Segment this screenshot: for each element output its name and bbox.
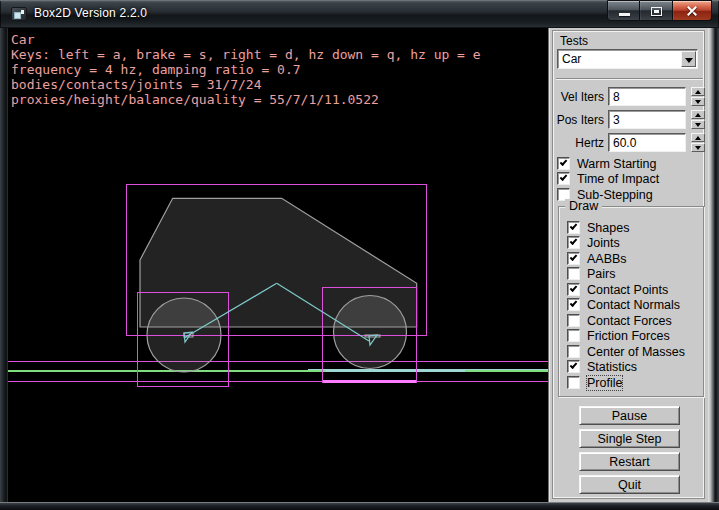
stats-text-line: Keys: left = a, brake = s, right = d, hz…	[11, 47, 481, 62]
app-icon	[11, 7, 27, 21]
pos-iters-spinner-row: Pos Iters3	[548, 110, 708, 129]
hertz-spinner-buttons	[691, 133, 705, 152]
vel-iters-spinner-down-button[interactable]	[691, 97, 705, 106]
checkbox-label: Warm Starting	[577, 157, 656, 171]
checkbox-label: Pairs	[587, 267, 615, 281]
check-icon	[570, 361, 578, 369]
checkbox-box[interactable]	[557, 172, 570, 185]
checkbox-label: Contact Forces	[587, 314, 672, 328]
pos-iters-input[interactable]: 3	[608, 110, 686, 129]
app-icon-dot	[21, 10, 24, 14]
pos-iters-spinner-up-button[interactable]	[691, 110, 705, 119]
checkbox-label: Statistics	[587, 360, 637, 374]
checkbox-label: Shapes	[587, 221, 629, 235]
vel-iters-spinner-up-button[interactable]	[691, 87, 705, 96]
tests-label: Tests	[560, 34, 588, 48]
car-chassis	[140, 198, 417, 327]
checkbox-box[interactable]	[567, 267, 580, 280]
pos-iters-spinner-buttons	[691, 110, 705, 129]
checkbox-label: Contact Normals	[587, 298, 680, 312]
hertz-input[interactable]: 60.0	[608, 133, 686, 152]
vel-iters-input[interactable]: 8	[608, 87, 686, 106]
checkbox-label: Contact Points	[587, 283, 668, 297]
window-frame-right	[714, 28, 719, 502]
caption-button-group	[607, 0, 712, 21]
pos-iters-spinner-down-button[interactable]	[691, 120, 705, 129]
checkbox-label: Joints	[587, 236, 620, 250]
close-icon	[686, 5, 698, 17]
tests-dropdown-arrow-button[interactable]	[681, 51, 696, 67]
checkbox-label: Time of Impact	[577, 172, 659, 186]
panel-separator	[556, 78, 703, 80]
checkbox-box[interactable]	[567, 236, 580, 249]
triangle-up-icon	[695, 136, 701, 140]
window-frame-left	[0, 28, 8, 502]
checkbox-box[interactable]	[567, 221, 580, 234]
vel-iters-spinner-buttons	[691, 87, 705, 106]
hertz-spinner-up-button[interactable]	[691, 133, 705, 142]
check-icon	[570, 299, 578, 307]
pos-iters-label: Pos Iters	[548, 113, 604, 127]
draw-group-title: Draw	[565, 199, 602, 213]
window-title: Box2D Version 2.2.0	[34, 6, 147, 20]
tests-dropdown-value: Car	[562, 52, 581, 66]
title-bar[interactable]: Box2D Version 2.2.0	[0, 0, 719, 28]
app-window: Box2D Version 2.2.0 CarKeys: left = a, b…	[0, 0, 719, 510]
simulation-viewport[interactable]: CarKeys: left = a, brake = s, right = d,…	[8, 28, 548, 502]
checkbox-box[interactable]	[567, 252, 580, 265]
triangle-up-icon	[695, 90, 701, 94]
close-button[interactable]	[673, 0, 712, 21]
chevron-down-icon	[685, 58, 693, 63]
tests-dropdown[interactable]: Car	[557, 49, 698, 69]
check-icon	[560, 173, 568, 181]
quit-button[interactable]: Quit	[579, 475, 680, 494]
checkbox-box[interactable]	[557, 157, 570, 170]
minimize-icon	[619, 13, 630, 16]
check-icon	[560, 158, 568, 166]
checkbox-box[interactable]	[567, 345, 580, 358]
checkbox-label: Profile	[587, 376, 622, 390]
checkbox-box[interactable]	[567, 376, 580, 389]
triangle-down-icon	[695, 123, 701, 127]
checkbox-box[interactable]	[567, 283, 580, 296]
triangle-up-icon	[695, 113, 701, 117]
stats-text-line: frequency = 4 hz, damping ratio = 0.7	[11, 62, 301, 77]
restart-button[interactable]: Restart	[579, 452, 680, 471]
window-frame-bottom	[0, 502, 719, 510]
panel-bevel	[708, 28, 714, 502]
checkbox-box[interactable]	[567, 314, 580, 327]
pause-button[interactable]: Pause	[579, 406, 680, 425]
single-step-button[interactable]: Single Step	[579, 429, 680, 448]
maximize-button[interactable]	[640, 0, 673, 21]
check-icon	[570, 253, 578, 261]
check-icon	[570, 237, 578, 245]
stats-text-line: Car	[11, 32, 34, 47]
hertz-spinner-row: Hertz60.0	[548, 133, 708, 152]
checkbox-label: Friction Forces	[587, 329, 670, 343]
app-icon-pane	[14, 12, 21, 19]
hertz-spinner-down-button[interactable]	[691, 143, 705, 152]
vel-iters-spinner-row: Vel Iters8	[548, 87, 708, 106]
vel-iters-label: Vel Iters	[548, 90, 604, 104]
checkbox-label: AABBs	[587, 252, 627, 266]
check-icon	[570, 284, 578, 292]
control-panel: Tests Car Vel Iters8Pos Iters3Hertz60.0 …	[548, 28, 714, 502]
check-icon	[570, 222, 578, 230]
triangle-down-icon	[695, 100, 701, 104]
stats-text-line: bodies/contacts/joints = 31/7/24	[11, 77, 261, 92]
hertz-label: Hertz	[548, 136, 604, 150]
maximize-icon	[651, 7, 662, 16]
checkbox-box[interactable]	[567, 298, 580, 311]
triangle-down-icon	[695, 146, 701, 150]
checkbox-label: Center of Masses	[587, 345, 685, 359]
minimize-button[interactable]	[607, 0, 640, 21]
checkbox-box[interactable]	[567, 360, 580, 373]
stats-text-line: proxies/height/balance/quality = 55/7/1/…	[11, 92, 379, 107]
checkbox-box[interactable]	[567, 329, 580, 342]
